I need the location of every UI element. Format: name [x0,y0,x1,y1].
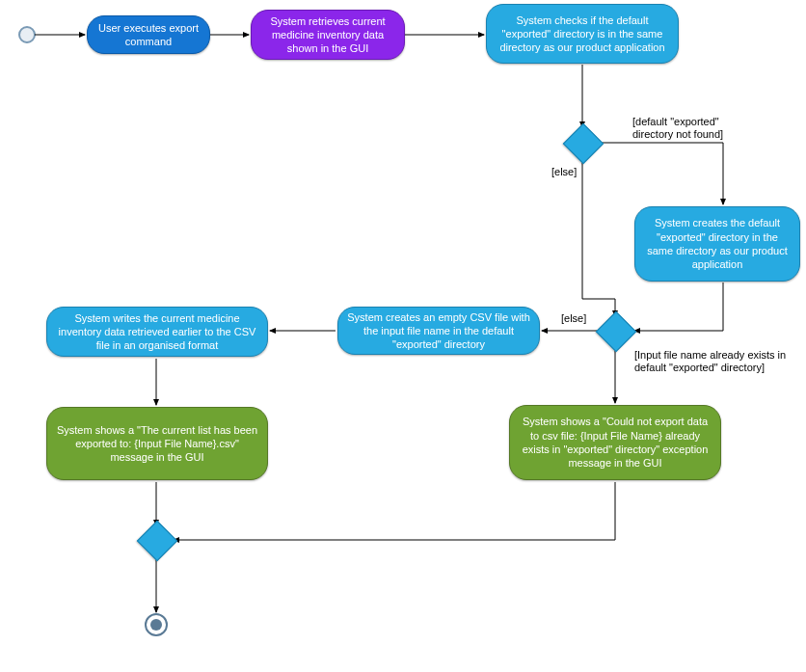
svg-point-14 [150,619,162,631]
node-write-csv: System writes the current medicine inven… [46,307,268,357]
node-create-csv: System creates an empty CSV file with th… [337,307,540,355]
node-user-executes: User executes export command [87,15,210,54]
node-system-creates-dir: System creates the default "exported" di… [634,206,800,282]
node-system-checks: System checks if the default "exported" … [486,4,679,64]
node-system-retrieves: System retrieves current medicine invent… [251,10,405,60]
label-else-1: [else] [551,166,577,178]
node-success-msg: System shows a "The current list has bee… [46,407,268,480]
node-error-msg: System shows a "Could not export data to… [509,405,721,480]
svg-point-0 [19,27,35,42]
label-else-2: [else] [561,312,586,325]
label-not-found: [default "exported" directory not found] [632,116,758,141]
label-exists: [Input file name already exists in defau… [634,349,798,374]
